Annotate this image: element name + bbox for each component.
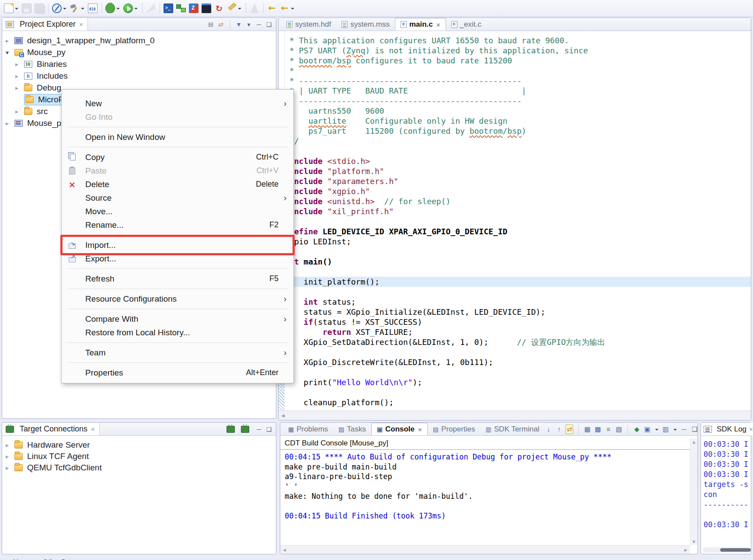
close-tab-icon[interactable]: ×	[436, 21, 440, 28]
tree-item[interactable]: ▸Hardware Server	[2, 439, 276, 451]
editor-tab-exitc[interactable]: _exit.c	[446, 18, 487, 31]
sdk-log-horizontal-scrollbar[interactable]	[703, 547, 749, 553]
editor-tab-mainc[interactable]: main.c×	[395, 18, 446, 31]
editor-tab-systemmss[interactable]: system.mss	[336, 18, 395, 31]
close-view-icon[interactable]: ×	[91, 425, 95, 433]
new-wizard-button[interactable]	[3, 2, 20, 14]
tab-problems[interactable]: ▦Problems	[283, 423, 333, 435]
launch-button[interactable]	[51, 2, 68, 14]
menu-item-move[interactable]: Move...	[62, 205, 293, 218]
menu-item-delete[interactable]: ×DeleteDelete	[62, 177, 293, 191]
menu-item-copy[interactable]: CopyCtrl+C	[62, 150, 293, 164]
target-setup-button[interactable]	[175, 2, 187, 14]
word-wrap-button[interactable]: ≡	[604, 425, 612, 434]
scroll-up-icon[interactable]: ▲	[692, 439, 697, 445]
scroll-lock-button[interactable]: ▩	[594, 425, 602, 434]
add-hardware-server-button[interactable]	[227, 426, 235, 433]
link-editor-button[interactable]: ⇄	[217, 21, 224, 28]
forward-button[interactable]: ←	[279, 2, 296, 14]
expand-arrow-icon[interactable]: ▸	[6, 453, 14, 460]
menu-item-source[interactable]: Source›	[62, 191, 293, 205]
tab-project-explorer[interactable]: Project Explorer ×	[2, 18, 88, 31]
menu-item-open-in-new-window[interactable]: Open in New Window	[62, 130, 293, 144]
debug-button[interactable]	[104, 2, 122, 14]
pin-console-button[interactable]: ⇄	[565, 424, 573, 434]
expand-arrow-icon[interactable]: ▸	[6, 442, 14, 449]
expand-arrow-icon[interactable]: ▸	[6, 120, 14, 127]
view-menu-button[interactable]: ▾	[245, 21, 252, 28]
expand-arrow-icon[interactable]: ▾	[6, 49, 14, 56]
run-button[interactable]	[122, 2, 139, 14]
menu-item-restore-from-local-history[interactable]: Restore from Local History...	[62, 326, 293, 339]
close-view-icon[interactable]: ×	[749, 425, 753, 433]
console-vertical-scrollbar[interactable]: ▲ ▼	[690, 438, 697, 545]
console-tab-label: Console	[385, 425, 415, 434]
open-console-button[interactable]: ▥	[662, 425, 669, 434]
tab-properties[interactable]: ▤Properties	[428, 423, 481, 435]
add-target-button[interactable]	[241, 426, 249, 433]
console-log[interactable]: 00:04:15 **** Auto Build of configuratio…	[280, 450, 690, 523]
show-selected-console-button[interactable]: ▦	[583, 425, 591, 434]
tree-item[interactable]: ▸Linux TCF Agent	[2, 451, 276, 462]
sdk-log-content[interactable]: 00:03:30 I00:03:30 I00:03:30 I00:03:30 I…	[701, 436, 751, 533]
display-console-button[interactable]: ▣	[643, 425, 651, 434]
tree-item[interactable]: ▸design_1_wrapper_hw_platform_0	[2, 35, 276, 46]
menu-item-compare-with[interactable]: Compare With›	[62, 312, 293, 326]
scroll-right-icon[interactable]: ►	[683, 547, 688, 553]
tree-item[interactable]: ▸QEMU TcfGdbClient	[2, 462, 276, 473]
close-view-icon[interactable]: ×	[79, 21, 83, 28]
sdk-terminal-button[interactable]	[162, 2, 174, 14]
editor-horizontal-scrollbar[interactable]: ◄	[279, 410, 751, 420]
menu-item-refresh[interactable]: RefreshF5	[62, 272, 293, 285]
tab-sdk-terminal[interactable]: ▥SDK Terminal	[481, 423, 545, 435]
sync-button[interactable]: ↻	[213, 2, 225, 14]
expand-arrow-icon[interactable]: ▸	[6, 464, 14, 471]
tree-item[interactable]: ▸Includes	[2, 70, 276, 82]
console-horizontal-scrollbar[interactable]: ◄ ►	[280, 545, 690, 554]
menu-item-team[interactable]: Team›	[62, 346, 293, 359]
menu-item-import[interactable]: Import...	[62, 238, 293, 252]
previous-console-button[interactable]: ↑	[555, 425, 563, 434]
minimize-button[interactable]: ─	[255, 426, 262, 433]
clear-console-button[interactable]: ▧	[615, 425, 623, 434]
scroll-left-icon[interactable]: ◄	[280, 413, 286, 419]
xsct-console-button[interactable]	[200, 2, 213, 14]
minimize-button[interactable]: ─	[680, 425, 688, 434]
expand-arrow-icon[interactable]: ▸	[15, 61, 24, 68]
expand-arrow-icon[interactable]: ▸	[15, 84, 24, 91]
minimize-button[interactable]: ─	[255, 21, 262, 28]
menu-item-resource-configurations[interactable]: Resource Configurations›	[62, 292, 293, 306]
scrollbar-thumb[interactable]	[720, 548, 751, 552]
next-console-button[interactable]: ↓	[544, 425, 552, 434]
menu-item-properties[interactable]: PropertiesAlt+Enter	[62, 366, 293, 379]
tab-tasks[interactable]: ▨Tasks	[333, 423, 371, 435]
tree-item[interactable]: ▸Binaries	[2, 58, 276, 70]
menu-item-rename[interactable]: Rename...F2	[62, 218, 293, 232]
create-boot-image-button[interactable]	[87, 2, 99, 14]
close-tab-icon[interactable]: ×	[418, 426, 422, 433]
expand-arrow-icon[interactable]: ▸	[15, 73, 24, 80]
open-element-button[interactable]	[226, 2, 243, 14]
scroll-left-icon[interactable]: ◄	[282, 547, 287, 553]
pin-button[interactable]: ◆	[633, 425, 641, 434]
menu-item-paste: PasteCtrl+V	[62, 164, 293, 177]
maximize-button[interactable]: ❏	[690, 425, 698, 434]
tree-item[interactable]: ▾Mouse_py	[2, 46, 276, 58]
vivado-button[interactable]	[188, 2, 200, 14]
code-editor[interactable]: * This application configures UART 16550…	[279, 31, 751, 410]
collapse-all-button[interactable]: ⊟	[207, 21, 214, 28]
back-button[interactable]: ←	[266, 2, 278, 14]
expand-arrow-icon[interactable]: ▸	[15, 108, 24, 115]
scroll-down-icon[interactable]: ▼	[692, 539, 697, 544]
maximize-button[interactable]: ❏	[265, 426, 272, 433]
tab-console[interactable]: ▣Console×	[371, 423, 428, 435]
filter-button[interactable]: ▼	[235, 21, 242, 28]
tab-target-connections[interactable]: Target Connections ×	[2, 423, 100, 435]
editor-tab-systemhdf[interactable]: system.hdf	[281, 18, 336, 31]
maximize-button[interactable]: ❏	[265, 21, 272, 28]
build-button[interactable]	[69, 2, 86, 14]
tab-sdk-log[interactable]: SDK Log ×	[701, 423, 753, 435]
expand-arrow-icon[interactable]: ▸	[6, 37, 14, 44]
code-content[interactable]: * This application configures UART 16550…	[285, 35, 751, 407]
menu-item-new[interactable]: New›	[62, 97, 293, 110]
